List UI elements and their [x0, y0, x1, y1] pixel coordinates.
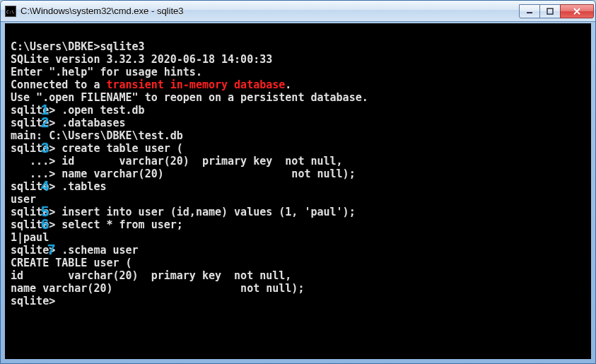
app-icon: [5, 6, 16, 17]
terminal-line: CREATE TABLE user (: [11, 257, 585, 269]
svg-rect-1: [547, 8, 553, 14]
terminal-line: id varchar(20) primary key not null,: [11, 269, 585, 282]
terminal-line: ...> name varchar(20) not null);: [11, 168, 585, 180]
svg-rect-0: [527, 12, 532, 13]
maximize-icon: [547, 8, 554, 15]
terminal-line: Connected to a transient in-memory datab…: [11, 78, 585, 91]
close-icon: [573, 8, 581, 15]
terminal-line: user: [11, 193, 585, 206]
terminal-line: sqlite> .tables: [11, 180, 585, 193]
terminal-line: sqlite>: [11, 295, 585, 307]
window-frame: C:\Windows\system32\cmd.exe - sqlite3 C:…: [0, 0, 596, 364]
terminal-line: name varchar(20) not null);: [11, 282, 585, 295]
terminal-line: sqlite> select * from user;: [11, 218, 585, 231]
titlebar[interactable]: C:\Windows\system32\cmd.exe - sqlite3: [1, 1, 595, 22]
terminal-line: sqlite> create table user (: [11, 142, 585, 155]
minimize-icon: [526, 8, 533, 15]
terminal-line: ...> id varchar(20) primary key not null…: [11, 155, 585, 168]
maximize-button[interactable]: [539, 4, 561, 18]
terminal-line: C:\Users\DBKE>sqlite3: [11, 40, 585, 53]
terminal-line: sqlite> .databases: [11, 117, 585, 129]
minimize-button[interactable]: [519, 4, 540, 18]
close-button[interactable]: [560, 4, 594, 18]
terminal-line: 1|paul: [11, 231, 585, 244]
window-title: C:\Windows\system32\cmd.exe - sqlite3: [21, 6, 520, 16]
terminal-area[interactable]: C:\Users\DBKE>sqlite3SQLite version 3.32…: [5, 23, 591, 359]
terminal-line: Enter ".help" for usage hints.: [11, 66, 585, 78]
terminal-line: sqlite> .schema user: [11, 244, 585, 257]
terminal-line: SQLite version 3.32.3 2020-06-18 14:00:3…: [11, 53, 585, 66]
terminal-line: sqlite> insert into user (id,name) value…: [11, 206, 585, 218]
window-controls: [520, 4, 594, 18]
terminal-line: [11, 28, 585, 40]
terminal-line: sqlite> .open test.db: [11, 104, 585, 117]
terminal-line: main: C:\Users\DBKE\test.db: [11, 129, 585, 142]
terminal-line: Use ".open FILENAME" to reopen on a pers…: [11, 91, 585, 104]
